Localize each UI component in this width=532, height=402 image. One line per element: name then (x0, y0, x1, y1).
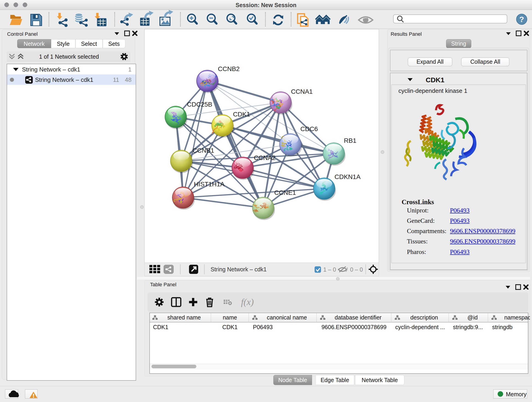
svg-text:1 – 0: 1 – 0 (323, 266, 336, 273)
svg-text:1 of 1 Network selected: 1 of 1 Network selected (39, 53, 99, 60)
svg-text:CCNB2: CCNB2 (218, 65, 240, 72)
svg-text:String Network – cdk1: String Network – cdk1 (210, 266, 267, 273)
svg-text:RB1: RB1 (344, 137, 356, 144)
svg-text:CCNB1: CCNB1 (192, 147, 214, 154)
svg-text:CDC25B: CDC25B (187, 101, 212, 108)
svg-text:CCNA2: CCNA2 (254, 154, 276, 161)
svg-text:CCNA1: CCNA1 (291, 88, 313, 95)
svg-text:CDK1: CDK1 (233, 111, 250, 118)
svg-text:?: ? (519, 15, 524, 24)
svg-text:CDKN1A: CDKN1A (335, 173, 361, 180)
svg-text:0 – 0: 0 – 0 (350, 266, 363, 273)
svg-text:CDC6: CDC6 (300, 125, 318, 133)
svg-text:CCNE1: CCNE1 (274, 189, 296, 196)
svg-text:f(x): f(x) (241, 297, 254, 307)
svg-text:HIST1H1A: HIST1H1A (194, 181, 225, 188)
